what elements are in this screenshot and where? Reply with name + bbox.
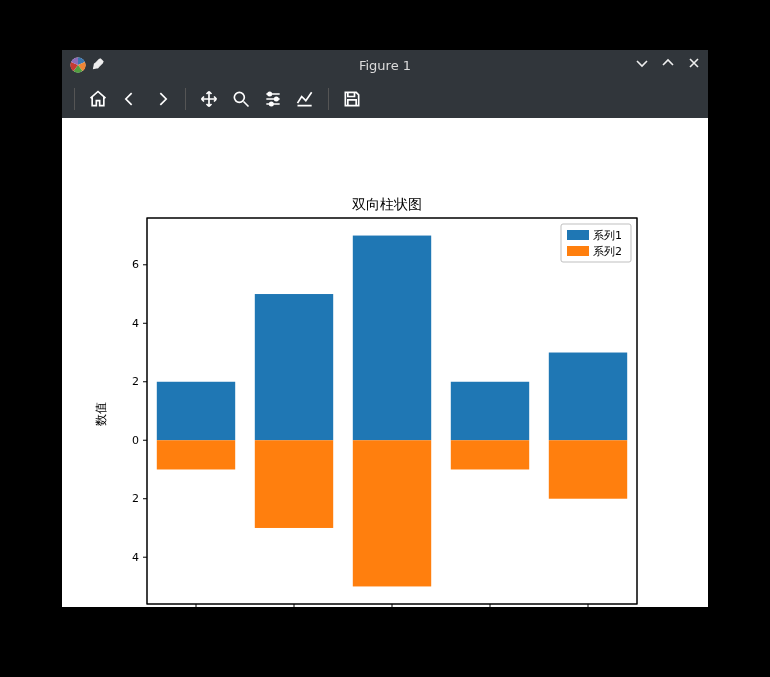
- svg-rect-19: [567, 246, 589, 256]
- bar-series1-3: [451, 382, 529, 440]
- ytick-4: 4: [132, 317, 139, 330]
- minimize-button[interactable]: [634, 50, 650, 80]
- titlebar: Figure 1: [62, 50, 708, 80]
- toolbar-separator: [74, 88, 75, 110]
- bar-series2-4: [549, 440, 627, 498]
- y-axis: 0 2 4 6 2 4: [132, 258, 147, 564]
- toolbar-separator: [328, 88, 329, 110]
- legend-series1: 系列1: [593, 229, 622, 242]
- ytick-6: 6: [132, 258, 139, 271]
- pin-icon[interactable]: [92, 57, 105, 73]
- bar-series2-3: [451, 440, 529, 469]
- pan-button[interactable]: [194, 84, 224, 114]
- edit-button[interactable]: [290, 84, 320, 114]
- y-axis-label: 数值: [94, 402, 108, 426]
- ytick-n4: 4: [132, 551, 139, 564]
- bar-series1-0: [157, 382, 235, 440]
- svg-rect-18: [567, 230, 589, 240]
- zoom-button[interactable]: [226, 84, 256, 114]
- forward-button[interactable]: [147, 84, 177, 114]
- close-button[interactable]: [686, 50, 702, 80]
- app-icon: [70, 57, 86, 73]
- window-controls: [634, 50, 702, 80]
- bar-series2-2: [353, 440, 431, 586]
- window-title: Figure 1: [62, 58, 708, 73]
- home-button[interactable]: [83, 84, 113, 114]
- chart: 双向柱状图: [62, 118, 708, 607]
- ytick-n2: 2: [132, 492, 139, 505]
- maximize-button[interactable]: [660, 50, 676, 80]
- plot-area: 双向柱状图: [62, 118, 708, 607]
- toolbar: [62, 80, 708, 118]
- bar-series2-0: [157, 440, 235, 469]
- chart-title: 双向柱状图: [352, 196, 422, 212]
- svg-point-4: [270, 102, 273, 105]
- legend-series2: 系列2: [593, 245, 622, 258]
- back-button[interactable]: [115, 84, 145, 114]
- svg-point-3: [275, 97, 278, 100]
- svg-point-1: [234, 92, 244, 102]
- bar-series1-1: [255, 294, 333, 440]
- bar-series1-2: [353, 236, 431, 441]
- figure-window: Figure 1: [62, 50, 708, 607]
- bar-series1-4: [549, 353, 627, 441]
- legend: 系列1 系列2: [561, 224, 631, 262]
- configure-button[interactable]: [258, 84, 288, 114]
- ytick-0: 0: [132, 434, 139, 447]
- bar-series2-1: [255, 440, 333, 528]
- svg-point-2: [268, 92, 271, 95]
- save-button[interactable]: [337, 84, 367, 114]
- ytick-2: 2: [132, 375, 139, 388]
- toolbar-separator: [185, 88, 186, 110]
